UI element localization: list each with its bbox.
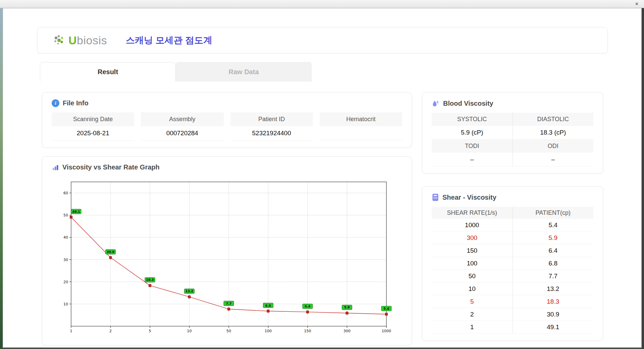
svg-text:6.8: 6.8 bbox=[265, 304, 271, 307]
shear-rate-cell: 2 bbox=[432, 308, 513, 321]
viscosity-chart: 1020304050601251050100150300100049.130.9… bbox=[56, 177, 394, 337]
left-column: i File Info Scanning Date 2025-08-21 Ass… bbox=[42, 92, 412, 345]
ubiosis-logo: Ubiosis bbox=[52, 34, 107, 47]
bv-value-row-2: – – bbox=[432, 153, 593, 166]
shear-rate-cell: 300 bbox=[432, 232, 513, 244]
patient-cell: 30.9 bbox=[513, 308, 594, 321]
close-button[interactable]: × bbox=[634, 1, 640, 7]
logo-rest: biosis bbox=[77, 34, 107, 47]
right-column: Blood Viscosity SYSTOLIC DIASTOLIC 5.9 (… bbox=[422, 92, 603, 345]
logo-text: Ubiosis bbox=[68, 34, 107, 47]
svg-text:30: 30 bbox=[63, 258, 68, 262]
shear-row: 2 30.9 bbox=[432, 308, 593, 321]
patient-header: PATIENT(cp) bbox=[513, 207, 594, 219]
field-value bbox=[320, 126, 402, 140]
svg-text:50: 50 bbox=[226, 329, 231, 333]
systolic-value: 5.9 (cP) bbox=[432, 126, 513, 140]
blood-viscosity-title-row: Blood Viscosity bbox=[432, 99, 593, 107]
svg-text:50: 50 bbox=[63, 213, 68, 217]
patient-cell: 13.2 bbox=[513, 283, 594, 295]
svg-text:60: 60 bbox=[63, 191, 68, 195]
shear-rate-cell: 1000 bbox=[432, 219, 513, 232]
tab-raw-data[interactable]: Raw Data bbox=[176, 62, 312, 82]
blood-viscosity-card: Blood Viscosity SYSTOLIC DIASTOLIC 5.9 (… bbox=[422, 92, 603, 173]
bar-chart-icon bbox=[52, 164, 59, 171]
bv-header-row: SYSTOLIC DIASTOLIC bbox=[432, 113, 593, 126]
viscosity-chart-container: 1020304050601251050100150300100049.130.9… bbox=[56, 177, 402, 338]
diastolic-value: 18.3 (cP) bbox=[513, 126, 594, 140]
field-value: 2025-08-21 bbox=[52, 126, 134, 141]
shear-viscosity-title: Shear - Viscosity bbox=[442, 194, 496, 201]
todi-value: – bbox=[432, 153, 513, 166]
shear-row: 5 18.3 bbox=[432, 295, 593, 308]
field-hematocrit: Hematocrit bbox=[320, 112, 402, 141]
shear-rate-cell: 10 bbox=[432, 283, 513, 295]
tab-result[interactable]: Result bbox=[40, 62, 176, 82]
blood-viscosity-title: Blood Viscosity bbox=[443, 100, 493, 107]
ubiosis-logo-icon bbox=[52, 34, 66, 47]
desktop-background-left bbox=[0, 8, 3, 349]
shear-rate-cell: 150 bbox=[432, 244, 513, 257]
sv-header-row: SHEAR RATE(1/s) PATIENT(cp) bbox=[432, 207, 593, 219]
diastolic-header: DIASTOLIC bbox=[513, 113, 594, 126]
file-info-card: i File Info Scanning Date 2025-08-21 Ass… bbox=[42, 92, 412, 148]
graph-card: Viscosity vs Shear Rate Graph 1020304050… bbox=[42, 156, 412, 345]
svg-text:1: 1 bbox=[70, 329, 72, 333]
shear-rate-cell: 50 bbox=[432, 270, 513, 283]
patient-cell: 5.4 bbox=[513, 219, 594, 232]
shear-rate-cell: 100 bbox=[432, 257, 513, 270]
svg-text:1000: 1000 bbox=[382, 329, 391, 333]
shear-row: 50 7.7 bbox=[432, 270, 593, 283]
field-value: 000720284 bbox=[141, 126, 223, 141]
graph-title: Viscosity vs Shear Rate Graph bbox=[62, 163, 160, 171]
info-icon: i bbox=[52, 99, 59, 107]
tab-bar: Result Raw Data bbox=[37, 62, 608, 82]
shear-viscosity-card: Shear - Viscosity SHEAR RATE(1/s) PATIEN… bbox=[422, 186, 603, 341]
svg-text:2: 2 bbox=[109, 329, 112, 333]
desktop-background-right bbox=[642, 8, 644, 349]
app-window: Ubiosis 스캐닝 모세관 점도계 Result Raw Data i Fi… bbox=[3, 8, 642, 348]
patient-cell: 6.8 bbox=[513, 257, 594, 270]
patient-cell: 6.4 bbox=[513, 244, 594, 257]
shear-row: 300 5.9 bbox=[432, 232, 593, 244]
svg-text:10: 10 bbox=[63, 302, 68, 306]
bv-header-row-2: TODI ODI bbox=[432, 140, 593, 153]
shear-row: 1 49.1 bbox=[432, 321, 593, 334]
svg-text:6.4: 6.4 bbox=[305, 304, 311, 308]
svg-text:5: 5 bbox=[149, 329, 151, 333]
svg-text:13.2: 13.2 bbox=[185, 289, 193, 293]
field-scanning-date: Scanning Date 2025-08-21 bbox=[52, 112, 134, 141]
svg-text:150: 150 bbox=[304, 329, 311, 333]
file-info-title-row: i File Info bbox=[52, 99, 402, 107]
main-area: i File Info Scanning Date 2025-08-21 Ass… bbox=[37, 92, 608, 345]
logo-letter-u: U bbox=[68, 34, 77, 47]
file-info-fields: Scanning Date 2025-08-21 Assembly 000720… bbox=[52, 112, 402, 141]
shear-rate-header: SHEAR RATE(1/s) bbox=[432, 207, 513, 219]
field-value: 52321924400 bbox=[230, 126, 313, 141]
droplet-icon bbox=[432, 99, 440, 107]
bv-value-row: 5.9 (cP) 18.3 (cP) bbox=[432, 126, 593, 140]
svg-text:49.1: 49.1 bbox=[72, 210, 80, 213]
field-label: Scanning Date bbox=[52, 112, 134, 126]
svg-text:7.7: 7.7 bbox=[226, 302, 232, 305]
shear-rate-cell: 1 bbox=[432, 321, 513, 334]
svg-text:30.9: 30.9 bbox=[107, 250, 114, 254]
svg-text:100: 100 bbox=[265, 329, 272, 333]
shear-row: 100 6.8 bbox=[432, 257, 593, 270]
field-label: Hematocrit bbox=[320, 112, 402, 126]
patient-cell: 5.9 bbox=[513, 232, 594, 244]
shear-row: 10 13.2 bbox=[432, 283, 593, 295]
header-card: Ubiosis 스캐닝 모세관 점도계 bbox=[37, 27, 608, 53]
patient-cell: 18.3 bbox=[513, 295, 594, 308]
shear-row: 150 6.4 bbox=[432, 244, 593, 257]
titlebar: × bbox=[0, 0, 644, 8]
patient-cell: 49.1 bbox=[513, 321, 594, 334]
field-label: Patient ID bbox=[230, 112, 313, 126]
svg-text:40: 40 bbox=[63, 235, 68, 240]
app-title: 스캐닝 모세관 점도계 bbox=[126, 34, 212, 46]
odi-value: – bbox=[513, 153, 594, 166]
svg-text:300: 300 bbox=[343, 329, 351, 333]
svg-text:5.4: 5.4 bbox=[384, 307, 389, 310]
field-patient-id: Patient ID 52321924400 bbox=[230, 112, 313, 141]
field-assembly: Assembly 000720284 bbox=[141, 112, 223, 141]
